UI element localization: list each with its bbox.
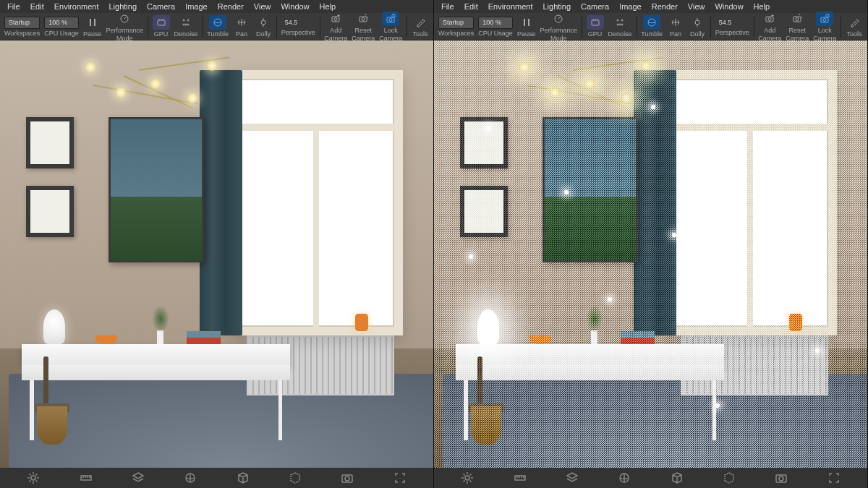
fullscreen-icon[interactable] [826,470,842,486]
tumble-label: Tumble [207,30,229,38]
menu-file[interactable]: File [437,1,459,12]
lock-camera-icon[interactable] [382,12,399,26]
dolly-icon[interactable] [255,15,272,30]
tumble-label: Tumble [641,30,663,38]
lens-value[interactable]: 54.5 [715,17,749,28]
cube-icon[interactable] [235,470,251,486]
texture-icon[interactable] [182,470,198,486]
reset-camera-icon[interactable] [788,12,806,26]
denoise-label: Denoise [174,30,198,38]
startup-dropdown[interactable]: Startup [4,17,40,29]
lock-camera-label-1: Lock [384,27,398,34]
layers-icon[interactable] [130,470,146,486]
viewport-panel-right: File Edit Environment Lighting Camera Im… [434,0,868,488]
svg-point-2 [183,20,184,21]
performance-icon[interactable] [550,12,567,26]
divider [203,16,203,38]
svg-point-24 [621,20,623,21]
svg-point-10 [334,17,337,20]
divider [320,16,320,38]
divider [710,16,711,38]
settings-icon[interactable] [25,470,41,486]
reset-camera-icon[interactable] [354,12,372,26]
pause-icon[interactable] [518,15,535,30]
pan-icon[interactable] [667,15,684,30]
dolly-icon[interactable] [689,15,706,30]
pause-icon[interactable] [84,15,101,30]
ruler-icon[interactable] [78,470,94,486]
tools-icon[interactable] [846,15,863,30]
denoise-icon[interactable] [611,15,629,30]
scene-chandelier [78,58,230,118]
divider [148,16,148,38]
snapshot-icon[interactable] [339,470,355,486]
add-camera-icon[interactable] [327,12,344,26]
menu-render[interactable]: Render [647,1,682,12]
pause-label: Pause [517,30,536,38]
denoise-label: Denoise [608,30,632,38]
startup-dropdown[interactable]: Startup [438,17,474,29]
svg-point-31 [768,17,771,20]
render-viewport-noisy[interactable] [434,40,867,468]
menu-environment[interactable]: Environment [484,1,537,12]
menu-image[interactable]: Image [615,1,646,12]
menu-image[interactable]: Image [181,1,212,12]
menu-view[interactable]: View [684,1,710,12]
menu-window[interactable]: Window [710,1,747,12]
workspaces-label: Workspaces [4,30,40,37]
performance-label-1: Performance [540,27,577,34]
texture-icon[interactable] [616,470,632,486]
menu-file[interactable]: File [3,1,25,12]
menu-edit[interactable]: Edit [26,1,48,12]
tools-label: Tools [413,30,428,38]
tumble-icon[interactable] [643,15,660,30]
svg-point-5 [183,24,184,25]
gpu-label: GPU [588,30,603,38]
menu-edit[interactable]: Edit [460,1,482,12]
layers-icon[interactable] [564,470,580,486]
ruler-icon[interactable] [512,470,528,486]
lens-value[interactable]: 54.5 [281,17,315,28]
fullscreen-icon[interactable] [392,470,408,486]
menu-camera[interactable]: Camera [576,1,613,12]
divider [407,16,407,38]
viewport-panel-left: File Edit Environment Lighting Camera Im… [0,0,434,488]
scene-chair [35,356,78,442]
gpu-icon[interactable] [153,15,170,30]
svg-point-8 [261,20,265,25]
snapshot-icon[interactable] [773,470,789,486]
pan-icon[interactable] [233,15,250,30]
menu-camera[interactable]: Camera [142,1,179,12]
svg-point-41 [779,476,783,481]
divider [841,16,841,38]
menu-window[interactable]: Window [276,1,313,12]
wireframe-icon[interactable] [721,470,737,486]
pause-label: Pause [83,30,102,38]
svg-point-14 [389,18,392,21]
menu-render[interactable]: Render [213,1,248,12]
tools-icon[interactable] [412,15,429,30]
toolbar: Startup Workspaces 100 % CPU Usage Pause… [0,13,433,40]
gpu-icon[interactable] [587,15,604,30]
settings-icon[interactable] [459,470,475,486]
bottom-toolbar [434,468,867,488]
toolbar: Startup Workspaces 100 % CPU Usage Pause… [434,13,867,40]
render-noise-overlay [434,40,867,468]
add-camera-label-1: Add [330,27,341,34]
zoom-input[interactable]: 100 % [44,17,79,29]
performance-icon[interactable] [116,12,133,26]
pan-label: Pan [670,30,681,38]
menu-environment[interactable]: Environment [50,1,103,12]
cpu-usage-label: CPU Usage [478,30,513,37]
cube-icon[interactable] [669,470,685,486]
svg-rect-15 [392,14,395,17]
zoom-input[interactable]: 100 % [478,17,513,29]
tumble-icon[interactable] [209,15,226,30]
svg-rect-36 [826,14,829,17]
add-camera-icon[interactable] [761,12,778,26]
wireframe-icon[interactable] [287,470,303,486]
denoise-icon[interactable] [177,15,195,30]
menu-view[interactable]: View [250,1,276,12]
render-viewport-clean[interactable] [0,40,433,468]
lock-camera-icon[interactable] [816,12,833,26]
